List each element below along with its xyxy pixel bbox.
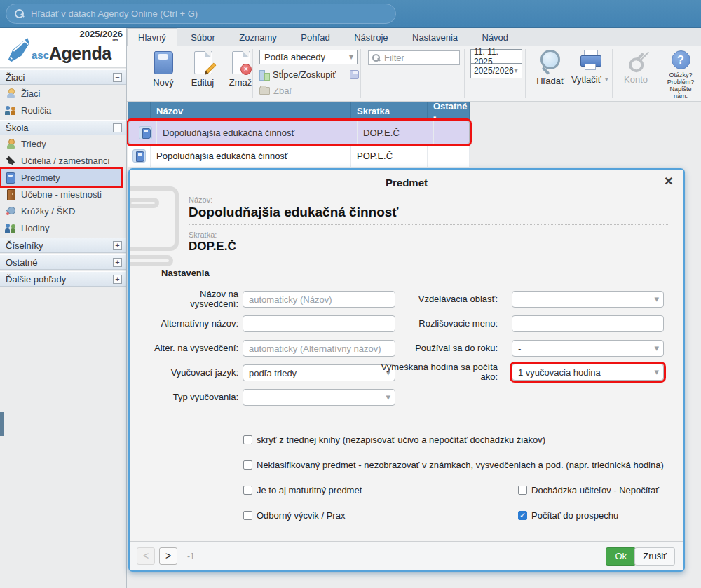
sidebar-section-skola[interactable]: Škola −: [0, 120, 126, 135]
checkbox-pocitat-do-prospechu[interactable]: Počítať do prospechu: [518, 510, 618, 521]
sidebar-item-label: Rodičia: [21, 105, 51, 116]
table-row-selected[interactable]: Dopoludňajšia edukačná činnosť DOP.E.Č: [128, 121, 470, 144]
current-date-field[interactable]: 11. 11. 2025: [470, 49, 522, 64]
edit-button[interactable]: Edituj: [182, 50, 224, 97]
expand-icon[interactable]: +: [113, 275, 122, 284]
search-button[interactable]: Hľadať: [532, 49, 569, 86]
tab-subor[interactable]: Súbor: [180, 29, 226, 46]
checkbox-icon[interactable]: [243, 511, 252, 520]
panel-handle[interactable]: [0, 412, 4, 436]
sidebar-item-predmety[interactable]: Predmety: [1, 169, 121, 186]
checkbox-icon[interactable]: [518, 511, 527, 520]
name-value[interactable]: Dopoludňajšia edukačná činnosť: [189, 205, 398, 220]
rocket-icon: [5, 205, 16, 217]
sidebar-item-ziaci[interactable]: Žiaci: [0, 85, 126, 102]
vzdelavacia-oblast-select[interactable]: [512, 291, 664, 308]
checkbox-dochadzka-ucitelov[interactable]: Dochádzka učiteľov - Nepočítať: [518, 485, 659, 495]
cell-abbr[interactable]: DOP.E.Č: [358, 121, 434, 144]
columns-group-button[interactable]: Stĺpce/Zoskupiť: [259, 69, 359, 81]
cell-other[interactable]: [428, 144, 470, 167]
checkbox-skryt-z-triednej-knihy[interactable]: skryť z triednej knihy (nezapisovať učiv…: [243, 435, 545, 445]
print-button-label: Vytlačiť: [571, 74, 601, 85]
new-button[interactable]: Nový: [142, 50, 184, 97]
icon-column-header[interactable]: [128, 102, 151, 121]
field-nazov-na-vysvedceni: Názov na vysvedčení:: [149, 290, 395, 308]
new-button-label: Nový: [142, 77, 184, 88]
cancel-button[interactable]: Zrušiť: [634, 547, 675, 566]
sidebar-section-ziaci[interactable]: Žiaci −: [0, 69, 126, 85]
sidebar-item-kruzky[interactable]: Krúžky / ŠKD: [0, 203, 126, 219]
tab-navod[interactable]: Návod: [472, 29, 519, 46]
cell-name[interactable]: Dopoludňajšia edukačná činnosť: [157, 121, 358, 144]
key-icon: [618, 43, 653, 78]
checkbox-maturitny-predmet[interactable]: Je to aj maturitný predmet: [243, 485, 362, 495]
checkbox-icon[interactable]: [518, 486, 527, 495]
subject-book-icon: [139, 126, 152, 139]
help-button[interactable]: ? Otázky? Problém? Napíšte nám.: [662, 50, 699, 100]
print-dropdown-icon[interactable]: ▼: [604, 76, 609, 83]
lessons-icon: [5, 222, 16, 233]
print-button[interactable]: Vytlačiť ▼: [569, 49, 612, 85]
sidebar-item-hodiny[interactable]: Hodiny: [0, 219, 126, 236]
cell-abbr[interactable]: POP.E.Č: [351, 144, 428, 167]
sidebar-item-ucitelia[interactable]: Učitelia / zamestnanci: [0, 152, 126, 169]
folder-icon: [259, 87, 270, 95]
sidebar-item-rodicia[interactable]: Rodičia: [0, 102, 126, 118]
tab-nastroje[interactable]: Nástroje: [343, 29, 398, 46]
filter-input[interactable]: Filter: [368, 50, 460, 65]
expand-icon[interactable]: +: [113, 258, 122, 267]
search-icon: [15, 9, 25, 19]
ok-button[interactable]: Ok: [606, 547, 636, 566]
name-label: Názov:: [189, 196, 212, 204]
pouzival-sa-do-roku-select[interactable]: -: [512, 340, 664, 357]
sidebar-item-triedy[interactable]: Triedy: [0, 135, 126, 152]
checkbox-icon[interactable]: [243, 486, 252, 495]
school-year-select[interactable]: 2025/2026: [470, 64, 522, 78]
abbr-value[interactable]: DOP.E.Č: [189, 240, 236, 254]
field-alter-na-vysvedceni: Alter. na vysvedčení:: [149, 339, 395, 357]
sort-order-select[interactable]: Podľa abecedy: [259, 50, 358, 64]
cell-name[interactable]: Popoludňajšia edukačná činnosť: [151, 144, 351, 167]
collapse-button[interactable]: Zbaľ: [259, 85, 358, 97]
expand-icon[interactable]: +: [113, 241, 122, 250]
sidebar-section-ostatne[interactable]: Ostatné +: [0, 254, 126, 270]
date-group: 11. 11. 2025 2025/2026: [470, 49, 522, 78]
checkbox-neklasifikovany-predmet[interactable]: Neklasifikovaný predmet - nezobrazovať v…: [243, 460, 664, 470]
table-row[interactable]: Popoludňajšia edukačná činnosť POP.E.Č: [128, 144, 470, 167]
divider: [189, 257, 540, 257]
section-title: Škola: [6, 123, 29, 133]
global-search-placeholder: Hľadať v dátach Agendy Online (Ctrl + G): [31, 8, 198, 19]
column-header-nazov[interactable]: Názov: [151, 102, 351, 121]
checkbox-odborny-vycvik[interactable]: Odborný výcvik / Prax: [243, 510, 345, 521]
tab-pohlad[interactable]: Pohľad: [290, 29, 340, 46]
delete-button-label: Zmaž: [219, 77, 261, 88]
column-header-ostatne[interactable]: Ostatné -: [428, 102, 470, 121]
vymeskana-hodina-select[interactable]: 1 vyučovacia hodina: [512, 364, 664, 381]
tab-nastavenia[interactable]: Nastavenia: [402, 29, 468, 46]
checkbox-icon[interactable]: [243, 460, 252, 470]
previous-record-button[interactable]: <: [137, 547, 155, 565]
close-icon[interactable]: ×: [665, 173, 673, 188]
view-options-group: Podľa abecedy Stĺpce/Zoskupiť Zbaľ: [259, 50, 358, 97]
checkbox-label: Počítať do prospechu: [531, 510, 618, 521]
cell-other[interactable]: [434, 121, 456, 144]
tab-zoznamy[interactable]: Zoznamy: [229, 29, 287, 46]
sidebar-item-ucebne[interactable]: Učebne - miestnosti: [0, 186, 126, 203]
sidebar-section-ciselniky[interactable]: Číselníky +: [0, 238, 126, 253]
collapse-icon[interactable]: −: [113, 123, 122, 132]
rozlisovacie-meno-input[interactable]: [512, 315, 664, 332]
sidebar-section-dalsie-pohlady[interactable]: Ďalšie pohľady +: [0, 271, 126, 287]
save-layout-icon[interactable]: [350, 70, 359, 79]
global-search-input[interactable]: Hľadať v dátach Agendy Online (Ctrl + G): [6, 4, 396, 24]
checkbox-icon[interactable]: [243, 435, 252, 444]
typ-vyucovania-select[interactable]: [243, 389, 395, 406]
field-alternativny-nazov: Alternatívny názov:: [149, 315, 395, 333]
collapse-icon[interactable]: −: [113, 73, 122, 82]
toolbar-separator: [360, 49, 361, 98]
tab-hlavny[interactable]: Hlavný: [127, 28, 177, 46]
next-record-button[interactable]: >: [159, 547, 177, 565]
delete-button[interactable]: × Zmaž: [219, 50, 261, 97]
account-button[interactable]: Konto: [618, 49, 654, 85]
column-header-skratka[interactable]: Skratka: [351, 102, 428, 121]
select-value: -: [518, 343, 521, 354]
